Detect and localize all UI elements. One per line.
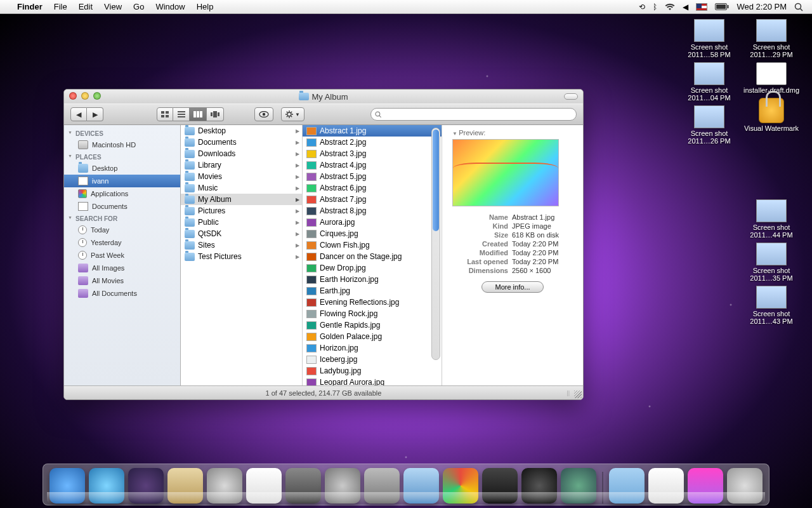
- file-item[interactable]: Clown Fish.jpg: [303, 239, 442, 251]
- sidebar-item-all-images[interactable]: All Images: [64, 262, 180, 274]
- file-item[interactable]: Abstract 1.jpg: [303, 125, 442, 137]
- folder-item[interactable]: Test Pictures▶: [181, 251, 302, 262]
- desktop-icon[interactable]: installer-draft.dmg: [742, 62, 801, 94]
- menu-view[interactable]: View: [98, 2, 128, 11]
- dock-item-appstore[interactable]: [89, 468, 124, 504]
- folder-item[interactable]: Desktop▶: [181, 125, 302, 137]
- sidebar-item-yesterday[interactable]: Yesterday: [64, 236, 180, 249]
- file-item[interactable]: Golden Palace.jpg: [303, 331, 442, 342]
- app-menu[interactable]: Finder: [11, 2, 48, 11]
- file-item[interactable]: Flowing Rock.jpg: [303, 308, 442, 319]
- folder-item[interactable]: Movies▶: [181, 171, 302, 182]
- search-input[interactable]: [382, 110, 572, 118]
- desktop-icon[interactable]: Screen shot 2011…58 PM: [680, 19, 738, 58]
- file-item[interactable]: Earth Horizon.jpg: [303, 274, 442, 285]
- timemachine-extra-icon[interactable]: ⟲: [635, 3, 649, 11]
- file-item[interactable]: Aurora.jpg: [303, 217, 442, 228]
- sidebar-section-header[interactable]: PLACES: [64, 151, 180, 162]
- dock-item-xcode[interactable]: [403, 468, 439, 504]
- sidebar-item-documents[interactable]: Documents: [64, 200, 180, 213]
- bluetooth-extra-icon[interactable]: ᛒ: [649, 3, 661, 11]
- coverflow-view-button[interactable]: [207, 107, 224, 121]
- file-item[interactable]: Leopard Aurora.jpg: [303, 377, 442, 385]
- list-view-button[interactable]: [173, 107, 190, 121]
- dock-item-finder[interactable]: [49, 468, 85, 504]
- more-info-button[interactable]: More info...: [481, 281, 543, 293]
- desktop-icon[interactable]: Screen shot 2011…29 PM: [742, 19, 801, 58]
- desktop-icon[interactable]: Screen shot 2011…35 PM: [742, 243, 801, 282]
- scrollbar[interactable]: [431, 128, 440, 360]
- file-item[interactable]: Iceberg.jpg: [303, 354, 442, 365]
- dock-item-trash[interactable]: [727, 468, 763, 504]
- forward-button[interactable]: ▶: [87, 107, 103, 121]
- toolbar-toggle-button[interactable]: [564, 93, 578, 100]
- file-item[interactable]: Evening Reflections.jpg: [303, 297, 442, 308]
- file-item[interactable]: Abstract 5.jpg: [303, 171, 442, 182]
- spotlight-icon[interactable]: [790, 3, 807, 11]
- folder-item[interactable]: Public▶: [181, 217, 302, 228]
- file-item[interactable]: Abstract 2.jpg: [303, 137, 442, 148]
- file-item[interactable]: Cirques.jpg: [303, 228, 442, 239]
- dock-item-ical[interactable]: [246, 468, 282, 504]
- column-view-button[interactable]: [190, 107, 207, 121]
- dock-item-preview[interactable]: [167, 468, 203, 504]
- sidebar-item-applications[interactable]: Applications: [64, 187, 180, 200]
- window-resize-handle[interactable]: [574, 391, 582, 398]
- file-item[interactable]: Dew Drop.jpg: [303, 262, 442, 274]
- folder-item[interactable]: Sites▶: [181, 239, 302, 251]
- sidebar-item-macintosh-hd[interactable]: Macintosh HD: [64, 138, 180, 151]
- folder-item[interactable]: Library▶: [181, 159, 302, 171]
- dock-item-photobooth[interactable]: [285, 468, 321, 504]
- dock-item-facetime[interactable]: [521, 468, 557, 504]
- file-item[interactable]: Horizon.jpg: [303, 342, 442, 354]
- sidebar-item-all-documents[interactable]: All Documents: [64, 287, 180, 300]
- file-item[interactable]: Earth.jpg: [303, 285, 442, 297]
- zoom-button[interactable]: [93, 92, 101, 100]
- minimize-button[interactable]: [81, 92, 89, 100]
- dock-item-folder[interactable]: [609, 468, 645, 504]
- dock-item-textedit[interactable]: [648, 468, 684, 504]
- dock-item-sysprefs[interactable]: [325, 468, 360, 504]
- quicklook-button[interactable]: [254, 107, 273, 121]
- menubar-clock[interactable]: Wed 2:20 PM: [733, 2, 790, 11]
- sidebar-item-ivann[interactable]: ivann: [64, 175, 180, 187]
- menu-edit[interactable]: Edit: [73, 2, 98, 11]
- menu-go[interactable]: Go: [128, 2, 150, 11]
- file-item[interactable]: Gentle Rapids.jpg: [303, 319, 442, 331]
- file-item[interactable]: Ladybug.jpg: [303, 365, 442, 377]
- scrollbar-thumb[interactable]: [433, 130, 439, 231]
- file-item[interactable]: Abstract 6.jpg: [303, 182, 442, 194]
- file-item[interactable]: Dancer on the Stage.jpg: [303, 251, 442, 262]
- desktop-icon[interactable]: Screen shot 2011…26 PM: [680, 105, 738, 145]
- dock-item-eclipse[interactable]: [128, 468, 164, 504]
- battery-extra-icon[interactable]: [711, 3, 733, 10]
- menu-file[interactable]: File: [48, 2, 73, 11]
- menu-window[interactable]: Window: [150, 2, 190, 11]
- dock-item-itunes[interactable]: [207, 468, 242, 504]
- sidebar-item-past-week[interactable]: Past Week: [64, 249, 180, 262]
- folder-item[interactable]: My Album▶: [181, 194, 302, 205]
- input-source-extra[interactable]: [692, 3, 711, 11]
- desktop-icon[interactable]: Screen shot 2011…43 PM: [742, 286, 801, 325]
- dock-item-stack[interactable]: [688, 468, 723, 504]
- dock-item-timemachine[interactable]: [561, 468, 596, 504]
- dock-item-automator[interactable]: [364, 468, 400, 504]
- sidebar-section-header[interactable]: DEVICES: [64, 128, 180, 138]
- folder-item[interactable]: QtSDK▶: [181, 228, 302, 239]
- sidebar-item-desktop[interactable]: Desktop: [64, 162, 180, 175]
- menu-help[interactable]: Help: [191, 2, 219, 11]
- file-item[interactable]: Abstract 7.jpg: [303, 194, 442, 205]
- desktop-icon[interactable]: Visual Watermark: [742, 98, 801, 132]
- folder-item[interactable]: Pictures▶: [181, 205, 302, 217]
- sidebar-section-header[interactable]: SEARCH FOR: [64, 213, 180, 224]
- icon-view-button[interactable]: [157, 107, 173, 121]
- volume-extra-icon[interactable]: ◀: [679, 3, 692, 11]
- wifi-extra-icon[interactable]: [661, 3, 679, 11]
- desktop-icon[interactable]: Screen shot 2011…44 PM: [742, 199, 801, 239]
- folder-item[interactable]: Documents▶: [181, 137, 302, 148]
- search-field[interactable]: [370, 108, 577, 121]
- back-button[interactable]: ◀: [70, 107, 87, 121]
- sidebar-item-today[interactable]: Today: [64, 224, 180, 236]
- titlebar[interactable]: My Album: [64, 90, 583, 104]
- file-item[interactable]: Abstract 8.jpg: [303, 205, 442, 217]
